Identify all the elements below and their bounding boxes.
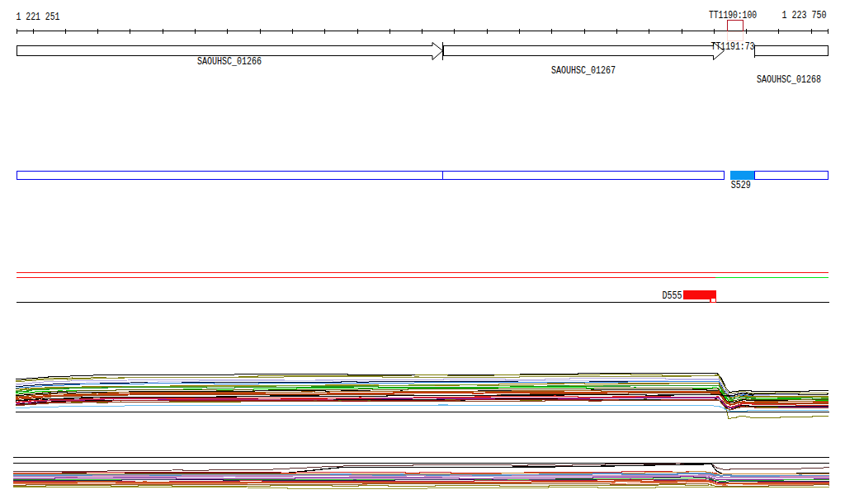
svg-text:SAOUHSC_01266: SAOUHSC_01266 [197, 56, 262, 68]
svg-text:1 221 251: 1 221 251 [17, 12, 60, 23]
svg-text:TT1191:73: TT1191:73 [711, 41, 755, 53]
svg-text:SAOUHSC_01267: SAOUHSC_01267 [551, 65, 616, 77]
svg-text:D555: D555 [662, 290, 682, 302]
svg-text:TT1190:100: TT1190:100 [709, 10, 757, 21]
svg-text:S529: S529 [731, 180, 751, 191]
svg-text:1 223 750: 1 223 750 [782, 10, 827, 21]
svg-text:SAOUHSC_01268: SAOUHSC_01268 [757, 74, 821, 86]
